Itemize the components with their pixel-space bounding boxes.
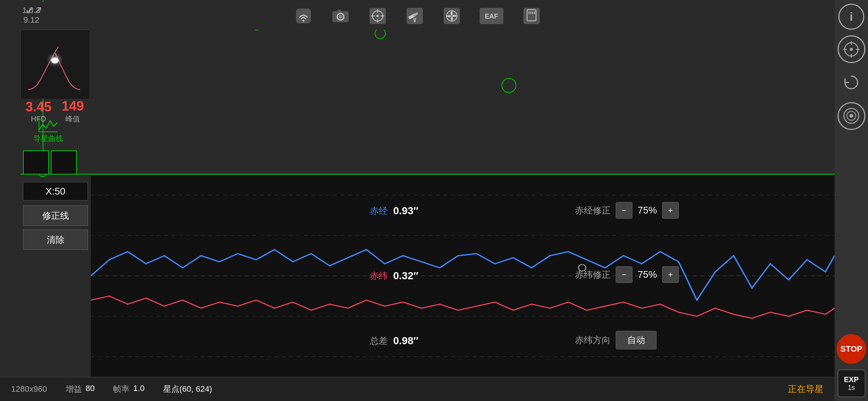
ra-stat-row: 赤经 0.93″ [358,205,558,217]
ra-plus-button[interactable]: + [662,202,679,219]
total-label: 总差 [358,335,388,347]
locate-button[interactable] [838,35,865,63]
correction-panel: 赤经修正 − 75% + 赤纬修正 − 75% + 赤纬方向 自动 [568,175,835,377]
telescope-icon[interactable] [404,5,426,27]
exp-button[interactable]: EXP 1s [838,369,865,397]
ra-minus-button[interactable]: − [616,202,632,219]
gain-label: 增益 [66,384,82,395]
star-point-display: 星点(60, 624) [163,384,212,395]
stats-panel: 赤经 0.93″ 赤纬 0.32″ 总差 0.98″ [351,175,566,377]
gain-value: 80 [86,384,95,395]
stop-button[interactable]: STOP [836,334,866,364]
svg-point-1 [302,20,304,22]
total-value: 0.98″ [393,335,438,347]
preview-box-right [51,150,77,175]
info-button[interactable]: i [838,4,864,30]
dec-value: 0.32″ [393,270,438,282]
dec-label: 赤纬 [358,270,388,282]
x-value-text: X:50 [46,186,66,197]
dec-plus-button[interactable]: + [662,266,679,283]
peak-value: 149 [62,98,84,114]
peak-label: 峰值 [65,114,80,124]
status-bar: 1280x960 增益 80 帧率 1.0 星点(60, 624) 正在导星 [0,377,835,401]
dec-correction-row: 赤纬修正 − 75% + [575,266,827,283]
preview-boxes-area [23,150,77,175]
hfd-value: 3.45 [26,99,52,115]
gain-display: 增益 80 [66,384,95,395]
direction-label: 赤纬方向 [575,334,612,346]
clear-button[interactable]: 清除 [23,229,88,250]
fps-display: 帧率 1.0 [113,384,145,395]
svg-point-31 [51,58,59,63]
right-panel: i STOP EXP 1s [835,0,868,401]
eaf-icon[interactable]: EAF [478,5,506,27]
guide-curve-button[interactable]: 导星曲线 [33,115,63,144]
svg-text:EAF: EAF [485,13,498,20]
guide-curve-label: 导星曲线 [33,134,63,144]
refresh-button[interactable] [838,69,865,97]
ra-label: 赤经 [358,205,388,217]
star-profile-display [20,30,89,98]
svg-point-20 [451,15,453,17]
svg-point-4 [339,15,342,19]
fps-label: 帧率 [113,384,129,395]
camera-icon[interactable] [329,5,352,27]
ra-correction-row: 赤经修正 − 75% + [575,202,827,219]
dec-correction-label: 赤纬修正 [575,269,612,281]
direction-row: 赤纬方向 自动 [575,331,827,349]
dec-stat-row: 赤纬 0.32″ [358,270,558,282]
svg-point-12 [377,15,379,17]
dec-minus-button[interactable]: − [616,266,632,283]
svg-point-48 [849,114,853,118]
auto-direction-button[interactable]: 自动 [616,331,657,349]
ra-value: 0.93″ [393,205,438,217]
dec-percent: 75% [636,269,658,280]
collapse-icon[interactable]: ↙↗ [25,4,42,16]
resolution-text: 1280x960 [11,384,47,394]
correct-button[interactable]: 修正线 [23,205,88,226]
sd-card-icon[interactable] [520,5,543,27]
guide-marker-3 [502,78,516,93]
fps-value: 1.0 [133,384,145,395]
crosshair-toolbar-icon[interactable] [366,5,389,27]
preview-box-left [23,150,49,175]
x-value-display: X:50 [23,182,88,200]
svg-rect-5 [338,10,341,12]
svg-point-45 [850,48,853,51]
ra-percent: 75% [636,205,658,216]
target-button[interactable] [838,102,865,130]
svg-rect-23 [523,8,540,24]
fan-icon[interactable] [441,5,463,27]
wifi-icon[interactable] [292,5,315,27]
ra-correction-label: 赤经修正 [575,205,612,216]
version-bottom: 9.12 [23,15,39,25]
guide-status-text: 正在导星 [788,383,823,395]
total-stat-row: 总差 0.98″ [358,335,558,347]
